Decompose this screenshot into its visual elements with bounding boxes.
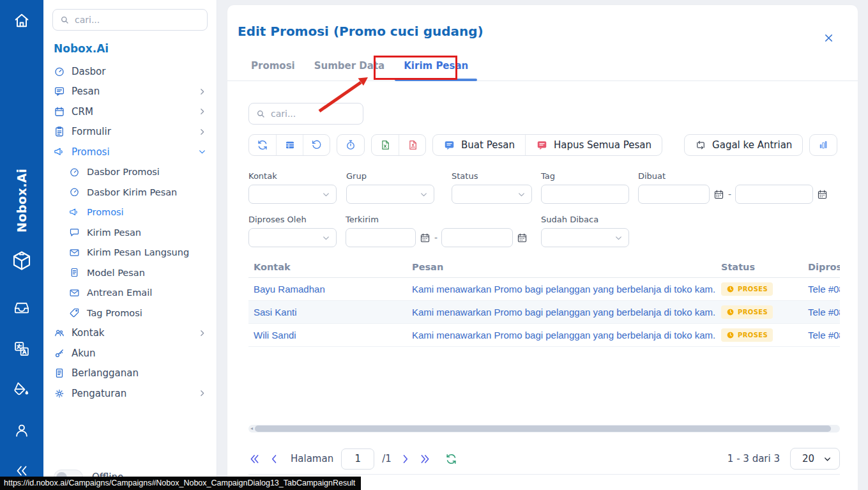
close-icon[interactable] <box>823 32 835 44</box>
col-header-pesan[interactable]: Pesan <box>407 262 716 272</box>
sidebar-search-input[interactable] <box>75 15 201 25</box>
reload-table-icon[interactable] <box>445 453 457 465</box>
sidebar-item-pesan[interactable]: Pesan <box>52 82 208 102</box>
pagination-bar: Halaman /1 1 - 3 dari 3 20 <box>248 448 840 470</box>
page-size-select[interactable]: 20 <box>790 448 840 470</box>
cell-kontak[interactable]: Bayu Ramadhan <box>248 284 407 295</box>
next-page-icon[interactable] <box>399 453 411 465</box>
paint-bucket-icon[interactable] <box>13 380 31 397</box>
stopwatch-icon[interactable] <box>337 135 364 155</box>
filter-label: Grup <box>346 171 434 181</box>
sidebar-subitem-model-pesan[interactable]: Model Pesan <box>52 263 208 283</box>
cell-pesan[interactable]: Kami menawarkan Promo bagi pelanggan yan… <box>407 307 716 318</box>
table-view-icon[interactable] <box>276 135 303 155</box>
page-number-input[interactable] <box>341 448 374 470</box>
filter-kontak: Kontak <box>248 171 337 204</box>
sidebar-subitem-kirim-pesan[interactable]: Kirim Pesan <box>52 222 208 243</box>
dibuat-from-input[interactable] <box>638 185 710 204</box>
sidebar-item-crm[interactable]: CRM <box>52 102 208 122</box>
bar-chart-icon[interactable] <box>810 135 837 155</box>
first-page-icon[interactable] <box>248 453 261 465</box>
sidebar-subitem-tag-promosi[interactable]: Tag Promosi <box>52 303 208 323</box>
table-search-input[interactable] <box>271 109 356 119</box>
sidebar-item-formulir[interactable]: Formulir <box>52 122 208 142</box>
calendar-icon[interactable] <box>817 189 828 200</box>
sidebar-subitem-promosi[interactable]: Promosi <box>52 203 208 223</box>
col-header-kontak[interactable]: Kontak <box>248 262 407 272</box>
sidebar-item-promosi[interactable]: Promosi <box>52 142 208 162</box>
dialog-title: Edit Promosi (Promo cuci gudang) <box>227 5 858 40</box>
table-row[interactable]: Bayu Ramadhan Kami menawarkan Promo bagi… <box>248 278 840 301</box>
diproses-oleh-select[interactable] <box>248 228 337 247</box>
toolbar-group-chart <box>809 134 837 156</box>
buat-pesan-button[interactable]: Buat Pesan <box>433 135 525 155</box>
sidebar-item-label: Tag Promosi <box>87 308 142 318</box>
sidebar-item-label: Kontak <box>72 327 105 339</box>
calendar-icon[interactable] <box>420 233 430 243</box>
terkirim-from-input[interactable] <box>346 228 416 247</box>
status-select[interactable] <box>452 185 532 204</box>
sidebar-subitem-dasbor-kirim-pesan[interactable]: Dasbor Kirim Pesan <box>52 182 208 203</box>
col-header-status[interactable]: Status <box>716 262 803 272</box>
crm-icon <box>54 106 65 118</box>
cell-diproses[interactable]: Tele #081 <box>803 307 840 318</box>
scrollbar-thumb[interactable] <box>255 425 831 432</box>
sidebar-subitem-kirim-pesan-langsung[interactable]: Kirim Pesan Langsung <box>52 243 208 263</box>
filter-label: Terkirim <box>346 215 528 225</box>
icon-rail: Nobox.Ai <box>0 0 43 490</box>
key-icon <box>54 348 65 359</box>
cell-kontak[interactable]: Sasi Kanti <box>248 307 407 318</box>
scroll-left-arrow[interactable]: ◂ <box>248 425 255 433</box>
sidebar-subitem-dasbor-promosi[interactable]: Dasbor Promosi <box>52 162 208 183</box>
prev-page-icon[interactable] <box>268 453 280 465</box>
undo-icon[interactable] <box>303 135 330 155</box>
dashboard-icon <box>69 167 80 178</box>
message-red-icon <box>536 139 548 151</box>
tab-kirim-pesan[interactable]: Kirim Pesan <box>404 55 468 80</box>
calendar-icon[interactable] <box>713 189 724 200</box>
cell-kontak[interactable]: Wili Sandi <box>248 330 407 341</box>
export-pdf-icon[interactable] <box>399 135 425 155</box>
refresh-icon[interactable] <box>249 135 276 155</box>
sidebar-item-dasbor[interactable]: Dasbor <box>52 61 208 82</box>
table-row[interactable]: Wili Sandi Kami menawarkan Promo bagi pe… <box>248 324 840 347</box>
chevron-right-icon <box>198 88 206 96</box>
gagal-ke-antrian-button[interactable]: Gagal ke Antrian <box>685 135 802 155</box>
sidebar-item-kontak[interactable]: Kontak <box>52 323 208 344</box>
cell-diproses[interactable]: Tele #081 <box>803 330 840 341</box>
cell-pesan[interactable]: Kami menawarkan Promo bagi pelanggan yan… <box>407 330 716 341</box>
sidebar-item-berlangganan[interactable]: Berlangganan <box>52 364 208 384</box>
table-row[interactable]: Sasi Kanti Kami menawarkan Promo bagi pe… <box>248 301 840 324</box>
home-icon[interactable] <box>13 11 31 29</box>
horizontal-scrollbar[interactable]: ◂ <box>248 425 840 433</box>
cell-pesan[interactable]: Kami menawarkan Promo bagi pelanggan yan… <box>407 284 716 295</box>
user-icon[interactable] <box>13 422 31 439</box>
subscription-icon <box>54 367 65 379</box>
sudah-dibaca-select[interactable] <box>541 228 629 247</box>
export-excel-icon[interactable] <box>372 135 399 155</box>
terkirim-to-input[interactable] <box>441 228 513 247</box>
dibuat-to-input[interactable] <box>735 185 813 204</box>
sidebar-item-pengaturan[interactable]: Pengaturan <box>52 383 208 404</box>
sidebar-subitem-antrean-email[interactable]: Antrean Email <box>52 283 208 303</box>
tag-input[interactable] <box>541 185 629 204</box>
col-header-diproses[interactable]: Diproses <box>803 262 840 272</box>
last-page-icon[interactable] <box>419 453 431 465</box>
tab-sumber-data[interactable]: Sumber Data <box>314 55 385 80</box>
calendar-icon[interactable] <box>517 233 528 243</box>
main-area: Edit Promosi (Promo cuci gudang) Promosi… <box>217 0 868 490</box>
dashboard-icon <box>54 66 65 77</box>
inbox-icon[interactable] <box>13 299 31 316</box>
tab-content: Buat Pesan Hapus Semua Pesan Gagal ke An… <box>227 103 858 475</box>
status-badge-label: PROSES <box>738 286 768 293</box>
grup-select[interactable] <box>346 185 434 204</box>
promosi-submenu: Dasbor Promosi Dasbor Kirim Pesan Promos… <box>52 162 208 323</box>
toolbar-group-export <box>371 134 426 156</box>
clock-icon <box>726 331 735 339</box>
hapus-semua-pesan-button[interactable]: Hapus Semua Pesan <box>525 135 662 155</box>
sidebar-item-akun[interactable]: Akun <box>52 343 208 364</box>
translate-icon[interactable] <box>13 340 31 358</box>
kontak-select[interactable] <box>248 185 337 204</box>
tab-promosi[interactable]: Promosi <box>251 55 295 80</box>
cell-diproses[interactable]: Tele #081 <box>803 284 840 295</box>
